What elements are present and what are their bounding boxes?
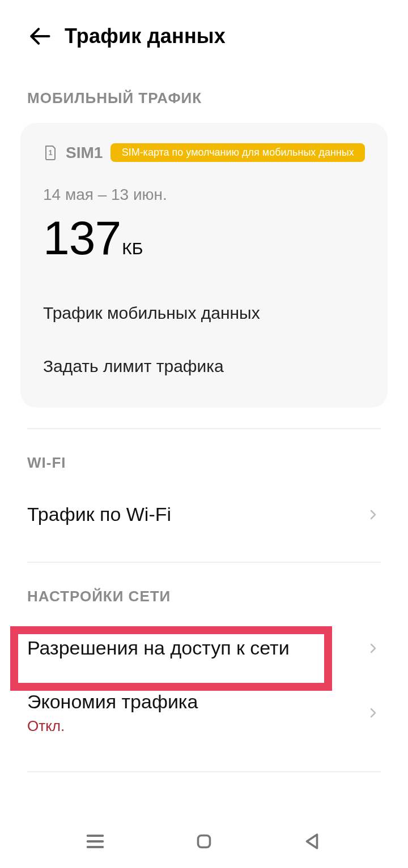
set-data-limit-item[interactable]: Задать лимит трафика [43, 340, 365, 393]
nav-home-icon[interactable] [188, 825, 220, 858]
wifi-traffic-label: Трафик по Wi-Fi [27, 503, 171, 525]
svg-rect-5 [198, 836, 210, 848]
back-icon[interactable] [25, 22, 54, 51]
data-usage-value: 137 КБ [43, 214, 365, 262]
usage-unit: КБ [122, 239, 143, 258]
system-navbar [0, 825, 408, 858]
section-title-mobile: МОБИЛЬНЫЙ ТРАФИК [0, 65, 408, 123]
section-title-network: НАСТРОЙКИ СЕТИ [0, 563, 408, 621]
data-saver-row[interactable]: Экономия трафика Откл. [27, 675, 381, 751]
data-saver-status: Откл. [27, 717, 198, 735]
usage-number: 137 [43, 214, 121, 262]
chevron-right-icon [365, 507, 381, 523]
nav-back-icon[interactable] [296, 825, 329, 858]
chevron-right-icon [365, 705, 381, 721]
chevron-right-icon [365, 640, 381, 656]
data-saver-label: Экономия трафика [27, 691, 198, 713]
page-title: Трафик данных [65, 24, 226, 48]
sim-label: SIM1 [66, 144, 103, 162]
svg-text:1: 1 [49, 149, 53, 157]
wifi-traffic-row[interactable]: Трафик по Wi-Fi [27, 488, 381, 541]
nav-recent-icon[interactable] [79, 825, 112, 858]
sim-usage-card[interactable]: 1 SIM1 SIM-карта по умолчанию для мобиль… [20, 123, 388, 408]
default-sim-badge: SIM-карта по умолчанию для мобильных дан… [110, 143, 365, 162]
section-title-wifi: WI-FI [0, 429, 408, 488]
sim-card-icon: 1 [43, 144, 58, 161]
network-permissions-row[interactable]: Разрешения на доступ к сети [27, 621, 381, 675]
mobile-data-traffic-item[interactable]: Трафик мобильных данных [43, 287, 365, 340]
svg-marker-6 [307, 835, 317, 848]
network-permissions-label: Разрешения на доступ к сети [27, 637, 290, 659]
divider [27, 771, 381, 772]
billing-period: 14 мая – 13 июн. [43, 186, 365, 204]
